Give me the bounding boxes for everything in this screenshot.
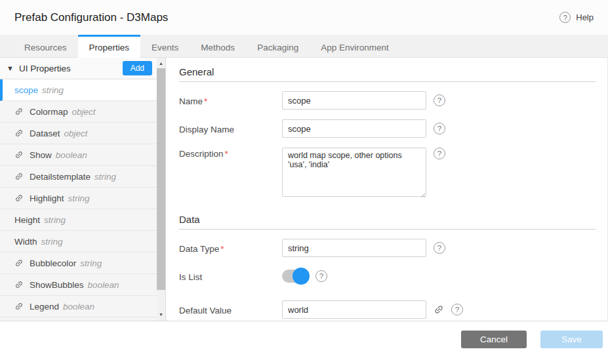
property-name: Highlight bbox=[30, 193, 64, 203]
name-input[interactable] bbox=[282, 91, 426, 110]
name-label: Name* bbox=[179, 95, 282, 106]
property-name: Colormap bbox=[30, 107, 68, 117]
is-list-label: Is List bbox=[179, 271, 282, 282]
description-row: Description* world map scope, other opti… bbox=[179, 148, 596, 199]
property-name: Width bbox=[14, 237, 37, 247]
link-icon bbox=[14, 193, 24, 203]
required-asterisk: * bbox=[220, 244, 224, 254]
required-asterisk: * bbox=[204, 96, 207, 106]
is-list-toggle[interactable] bbox=[282, 270, 308, 283]
section-title-data: Data bbox=[179, 209, 596, 230]
list-item[interactable]: ShowBubbles boolean bbox=[0, 274, 157, 296]
property-name: Dataset bbox=[30, 129, 60, 138]
list-item[interactable]: Detailstemplate string bbox=[0, 166, 157, 188]
default-value-label: Default Value bbox=[179, 304, 282, 315]
property-name: Bubblecolor bbox=[30, 258, 76, 268]
link-icon bbox=[14, 150, 24, 159]
description-textarea[interactable]: world map scope, other options 'usa', 'i… bbox=[282, 148, 426, 197]
ui-properties-header[interactable]: ▼ UI Properties Add bbox=[0, 58, 157, 79]
add-property-button[interactable]: Add bbox=[123, 61, 152, 75]
default-value-row: Default Value ? bbox=[179, 300, 596, 319]
property-name: Height bbox=[14, 215, 40, 225]
data-type-help-icon[interactable]: ? bbox=[434, 242, 445, 254]
description-help-icon[interactable]: ? bbox=[434, 148, 445, 159]
help-label: Help bbox=[576, 12, 594, 22]
property-name: Detailstemplate bbox=[30, 172, 91, 182]
property-name: Show bbox=[30, 150, 52, 160]
property-type: boolean bbox=[63, 302, 94, 312]
data-type-input[interactable] bbox=[282, 239, 426, 257]
data-type-row: Data Type* ? bbox=[179, 239, 596, 257]
scrollbar-thumb[interactable] bbox=[157, 68, 165, 290]
sidebar-scrollbar[interactable]: ▲ ▼ bbox=[157, 58, 165, 321]
data-type-label: Data Type* bbox=[179, 243, 282, 254]
scroll-down-icon[interactable]: ▼ bbox=[157, 310, 165, 319]
toggle-knob bbox=[293, 268, 310, 285]
list-item[interactable]: Show boolean bbox=[0, 144, 157, 166]
cancel-button[interactable]: Cancel bbox=[461, 331, 527, 348]
property-type: boolean bbox=[88, 280, 119, 290]
tab-app-environment[interactable]: App Environment bbox=[310, 35, 400, 58]
property-list: scope string Colormap object Dataset obj… bbox=[0, 79, 157, 317]
section-title-general: General bbox=[179, 62, 596, 82]
tab-properties[interactable]: Properties bbox=[78, 35, 141, 58]
list-item[interactable]: Highlight string bbox=[0, 188, 157, 209]
property-type: string bbox=[41, 237, 63, 247]
link-icon bbox=[14, 107, 24, 116]
properties-sidebar: ▼ UI Properties Add scope string Colorma… bbox=[0, 58, 166, 321]
dialog-footer: Cancel Save bbox=[0, 321, 608, 364]
bind-link-icon[interactable] bbox=[434, 304, 444, 315]
title-bar: Prefab Configuration - D3Maps ? Help bbox=[0, 0, 608, 35]
list-item[interactable]: Bubblecolor string bbox=[0, 253, 157, 274]
help-question-icon: ? bbox=[559, 12, 571, 23]
tab-packaging[interactable]: Packaging bbox=[246, 35, 310, 58]
property-form: General Name* ? Display Name ? Descripti… bbox=[166, 58, 607, 321]
help-button[interactable]: ? Help bbox=[559, 12, 594, 23]
link-icon bbox=[14, 302, 24, 311]
property-type: string bbox=[44, 215, 66, 225]
is-list-row: Is List ? bbox=[179, 267, 596, 285]
list-item[interactable]: Height string bbox=[0, 209, 157, 231]
tab-events[interactable]: Events bbox=[140, 35, 190, 58]
list-item[interactable]: Colormap object bbox=[0, 101, 157, 123]
prefab-configuration-dialog: Prefab Configuration - D3Maps ? Help Res… bbox=[0, 0, 608, 364]
list-item[interactable]: scope string bbox=[0, 79, 157, 101]
display-name-input[interactable] bbox=[282, 119, 426, 138]
page-title: Prefab Configuration - D3Maps bbox=[14, 11, 168, 24]
property-name: scope bbox=[14, 85, 38, 95]
property-type: object bbox=[72, 107, 96, 117]
property-type: string bbox=[42, 85, 64, 95]
property-name: ShowBubbles bbox=[30, 280, 84, 290]
default-value-input[interactable] bbox=[282, 300, 426, 319]
tab-methods[interactable]: Methods bbox=[190, 35, 246, 58]
property-type: string bbox=[94, 172, 116, 182]
list-item[interactable]: Legend boolean bbox=[0, 296, 157, 317]
display-name-help-icon[interactable]: ? bbox=[434, 123, 445, 134]
ui-properties-label: UI Properties bbox=[19, 64, 123, 73]
link-icon bbox=[14, 280, 24, 289]
description-label: Description* bbox=[179, 148, 282, 159]
link-icon bbox=[14, 129, 24, 138]
name-help-icon[interactable]: ? bbox=[434, 94, 445, 106]
name-row: Name* ? bbox=[179, 91, 596, 110]
required-asterisk: * bbox=[225, 149, 228, 159]
tab-resources[interactable]: Resources bbox=[13, 35, 78, 58]
property-type: string bbox=[68, 193, 90, 203]
list-item[interactable]: Dataset object bbox=[0, 123, 157, 144]
link-icon bbox=[14, 172, 24, 181]
save-button[interactable]: Save bbox=[540, 331, 603, 348]
property-name: Legend bbox=[30, 302, 59, 312]
collapse-caret-icon[interactable]: ▼ bbox=[7, 64, 14, 72]
property-type: object bbox=[64, 129, 88, 138]
scroll-up-icon[interactable]: ▲ bbox=[157, 58, 165, 68]
link-icon bbox=[14, 258, 24, 268]
display-name-label: Display Name bbox=[179, 123, 282, 134]
content-area: ▼ UI Properties Add scope string Colorma… bbox=[0, 58, 608, 321]
property-type: string bbox=[80, 258, 102, 268]
property-type: boolean bbox=[56, 150, 87, 160]
default-value-help-icon[interactable]: ? bbox=[451, 304, 463, 315]
tab-bar: Resources Properties Events Methods Pack… bbox=[0, 35, 608, 58]
display-name-row: Display Name ? bbox=[179, 119, 596, 138]
is-list-help-icon[interactable]: ? bbox=[315, 270, 327, 282]
list-item[interactable]: Width string bbox=[0, 231, 157, 253]
